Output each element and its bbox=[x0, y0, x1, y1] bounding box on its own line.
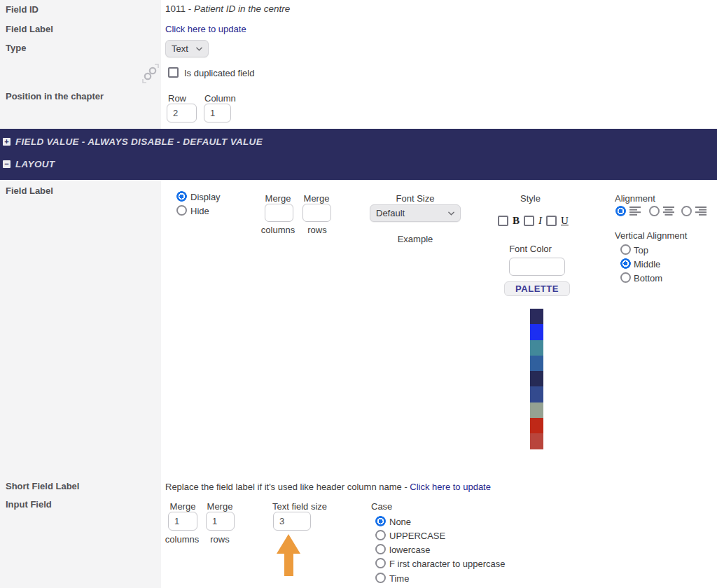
underline-checkbox[interactable] bbox=[546, 216, 557, 226]
type-dropdown[interactable]: Text bbox=[165, 40, 209, 57]
field-label-section-label: Field Label bbox=[6, 186, 53, 196]
style-label: Style bbox=[490, 193, 571, 204]
type-label: Type bbox=[6, 43, 26, 53]
input-merge-columns-input[interactable] bbox=[168, 512, 197, 531]
merge-rows-header: Merge bbox=[300, 193, 333, 204]
palette-swatch[interactable] bbox=[530, 371, 543, 386]
merge-rows-caption: rows bbox=[302, 225, 332, 235]
short-field-label-label: Short Field Label bbox=[6, 481, 79, 491]
font-color-label: Font Color bbox=[497, 244, 564, 254]
align-right-icon bbox=[695, 206, 708, 216]
input-merge-columns-header: Merge bbox=[165, 501, 200, 512]
case-firstchar-label: F irst character to uppercase bbox=[389, 559, 505, 569]
short-field-label-update-link[interactable]: Click here to update bbox=[410, 482, 491, 492]
palette-swatch[interactable] bbox=[530, 418, 543, 433]
align-left-radio[interactable] bbox=[615, 206, 626, 216]
valign-bottom-label: Bottom bbox=[634, 273, 662, 284]
row-label: Row bbox=[168, 93, 186, 104]
chevron-down-icon bbox=[448, 211, 454, 216]
alignment-label: Alignment bbox=[615, 193, 655, 204]
italic-checkbox[interactable] bbox=[524, 216, 534, 226]
align-right-radio[interactable] bbox=[681, 206, 692, 216]
section-bars: + FIELD VALUE - ALWAYS DISABLE - DEFAULT… bbox=[0, 129, 717, 180]
align-left-icon bbox=[629, 206, 642, 216]
bold-checkbox[interactable] bbox=[498, 216, 508, 226]
input-merge-rows-header: Merge bbox=[203, 501, 237, 512]
row-input[interactable] bbox=[167, 104, 197, 122]
font-size-label: Font Size bbox=[370, 193, 461, 204]
case-time-radio[interactable] bbox=[375, 573, 386, 583]
valign-middle-radio[interactable] bbox=[620, 258, 631, 269]
case-uppercase-label: UPPERCASE bbox=[389, 531, 445, 541]
input-merge-rows-caption: rows bbox=[204, 534, 235, 545]
field-id-label: Field ID bbox=[6, 4, 39, 15]
input-field-label: Input Field bbox=[6, 499, 52, 510]
vertical-alignment-label: Vertical Alignment bbox=[615, 230, 687, 241]
field-id-value: 1011 - Patient ID in the centre bbox=[165, 4, 290, 14]
merge-columns-caption: columns bbox=[258, 225, 298, 235]
field-label-label: Field Label bbox=[6, 24, 53, 34]
style-checkboxes: B I U bbox=[498, 215, 569, 227]
column-input[interactable] bbox=[204, 104, 231, 122]
hide-radio-label: Hide bbox=[190, 206, 209, 216]
label-merge-columns-input[interactable] bbox=[265, 204, 293, 222]
palette-swatch[interactable] bbox=[530, 324, 543, 340]
is-duplicated-checkbox[interactable] bbox=[168, 67, 179, 78]
palette-swatch[interactable] bbox=[530, 433, 543, 449]
palette-swatch[interactable] bbox=[530, 356, 543, 371]
field-value-section-title: FIELD VALUE - ALWAYS DISABLE - DEFAULT V… bbox=[15, 136, 263, 147]
field-value-section-bar[interactable]: + FIELD VALUE - ALWAYS DISABLE - DEFAULT… bbox=[3, 136, 263, 147]
display-radio[interactable] bbox=[176, 191, 187, 202]
annotation-arrow-icon bbox=[277, 534, 300, 554]
italic-label: I bbox=[538, 215, 542, 227]
palette-swatch[interactable] bbox=[530, 309, 543, 324]
column-label: Column bbox=[204, 93, 236, 104]
field-label-update-link[interactable]: Click here to update bbox=[165, 24, 246, 34]
palette-swatches bbox=[530, 309, 543, 449]
is-duplicated-label: Is duplicated field bbox=[184, 68, 254, 78]
case-lowercase-label: lowercase bbox=[389, 545, 431, 555]
valign-top-radio[interactable] bbox=[620, 244, 631, 255]
collapse-minus-icon[interactable]: − bbox=[3, 160, 11, 168]
underline-label: U bbox=[561, 215, 569, 227]
palette-swatch[interactable] bbox=[530, 386, 543, 402]
palette-swatch[interactable] bbox=[530, 402, 543, 418]
bold-label: B bbox=[513, 215, 520, 227]
expand-plus-icon[interactable]: + bbox=[3, 138, 11, 146]
link-chain-icon bbox=[140, 62, 161, 85]
merge-columns-header: Merge bbox=[260, 193, 295, 204]
label-merge-rows-input[interactable] bbox=[302, 204, 331, 222]
layout-section-title: LAYOUT bbox=[15, 159, 55, 169]
position-in-chapter-label: Position in the chapter bbox=[6, 91, 104, 102]
align-center-radio[interactable] bbox=[649, 206, 660, 216]
layout-section-bar[interactable]: − LAYOUT bbox=[3, 159, 55, 169]
type-dropdown-value: Text bbox=[172, 43, 188, 54]
font-size-dropdown-value: Default bbox=[376, 208, 405, 218]
field-id-number: 1011 - bbox=[165, 4, 194, 14]
chevron-down-icon bbox=[196, 47, 202, 51]
case-uppercase-radio[interactable] bbox=[375, 530, 386, 540]
valign-bottom-radio[interactable] bbox=[620, 272, 631, 283]
case-time-label: Time bbox=[389, 573, 409, 584]
font-size-dropdown[interactable]: Default bbox=[370, 204, 461, 222]
annotation-arrow-stem bbox=[284, 553, 293, 576]
palette-button[interactable]: PALETTE bbox=[504, 281, 570, 296]
field-id-name: Patient ID in the centre bbox=[194, 4, 290, 14]
text-field-size-input[interactable] bbox=[273, 512, 311, 531]
case-none-label: None bbox=[389, 517, 411, 527]
input-merge-rows-input[interactable] bbox=[206, 512, 235, 531]
font-color-input[interactable] bbox=[509, 258, 565, 276]
display-radio-label: Display bbox=[190, 192, 221, 202]
case-none-radio[interactable] bbox=[375, 516, 386, 526]
example-label: Example bbox=[370, 234, 461, 244]
short-field-label-text: Replace the field label if it's used lik… bbox=[165, 482, 410, 492]
hide-radio[interactable] bbox=[176, 205, 187, 216]
palette-swatch[interactable] bbox=[530, 340, 543, 356]
text-field-size-label: Text field size bbox=[272, 501, 327, 512]
valign-top-label: Top bbox=[634, 245, 648, 255]
case-firstchar-radio[interactable] bbox=[375, 558, 386, 568]
case-lowercase-radio[interactable] bbox=[375, 544, 386, 554]
short-field-label-description: Replace the field label if it's used lik… bbox=[165, 482, 491, 492]
valign-middle-label: Middle bbox=[634, 259, 660, 270]
align-center-icon bbox=[663, 206, 676, 216]
